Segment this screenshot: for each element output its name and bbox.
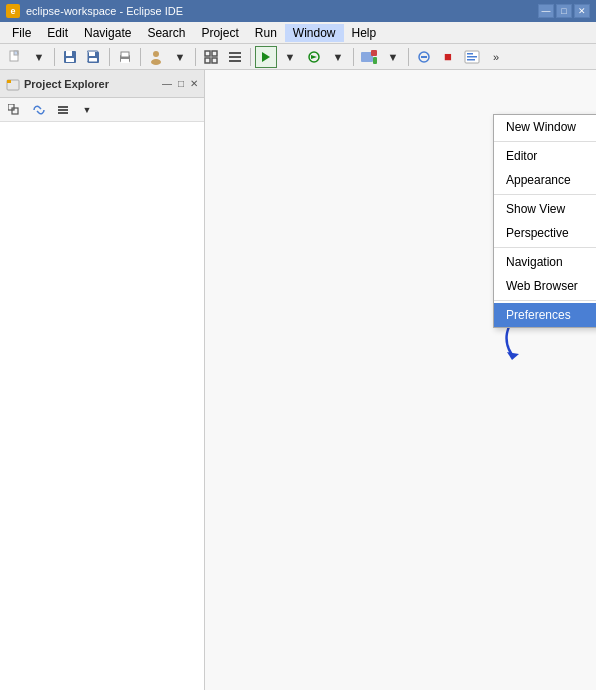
new-button[interactable]: [4, 46, 26, 68]
svg-rect-15: [205, 51, 210, 56]
svg-rect-7: [89, 52, 95, 56]
separator-after-perspective: [494, 247, 596, 248]
stop-button[interactable]: ■: [437, 46, 459, 68]
save-all-button[interactable]: [83, 46, 105, 68]
svg-rect-36: [8, 104, 14, 110]
menu-web-browser[interactable]: Web Browser ▶: [494, 274, 596, 298]
menu-navigate[interactable]: Navigate: [76, 24, 139, 42]
run-button[interactable]: [255, 46, 277, 68]
svg-rect-5: [66, 58, 74, 62]
svg-rect-12: [121, 59, 129, 63]
new-dropdown[interactable]: ▼: [28, 46, 50, 68]
run-config-button[interactable]: [303, 46, 325, 68]
tasks-button[interactable]: [461, 46, 483, 68]
svg-rect-40: [58, 112, 68, 114]
print-button[interactable]: [114, 46, 136, 68]
separator-after-new-window: [494, 141, 596, 142]
menu-window[interactable]: Window: [285, 24, 344, 42]
sidebar-content: [0, 122, 204, 690]
svg-rect-8: [89, 58, 97, 62]
project-explorer-icon: [6, 77, 20, 91]
svg-rect-20: [229, 56, 241, 58]
svg-rect-39: [58, 109, 68, 111]
svg-rect-33: [467, 59, 475, 61]
profile-dropdown[interactable]: ▼: [169, 46, 191, 68]
collapse-all-button[interactable]: [4, 99, 26, 121]
sidebar-maximize[interactable]: □: [178, 78, 184, 89]
maximize-button[interactable]: □: [556, 4, 572, 18]
minimize-button[interactable]: —: [538, 4, 554, 18]
separator-after-web-browser: [494, 300, 596, 301]
main-area: Project Explorer — □ ✕ ▼ New Window: [0, 70, 596, 690]
svg-point-14: [151, 59, 161, 65]
svg-rect-21: [229, 60, 241, 62]
svg-rect-37: [12, 108, 18, 114]
link-with-editor-button[interactable]: [28, 99, 50, 121]
menu-editor[interactable]: Editor ▶: [494, 144, 596, 168]
menu-preferences[interactable]: Preferences: [494, 303, 596, 327]
menu-edit[interactable]: Edit: [39, 24, 76, 42]
sidebar-view-dropdown[interactable]: ▼: [76, 99, 98, 121]
view-mode-btn[interactable]: [200, 46, 222, 68]
menu-bar: File Edit Navigate Search Project Run Wi…: [0, 22, 596, 44]
svg-rect-19: [229, 52, 241, 54]
svg-marker-22: [262, 52, 270, 62]
window-controls: — □ ✕: [538, 4, 590, 18]
save-button[interactable]: [59, 46, 81, 68]
ext-tools-button[interactable]: [358, 46, 380, 68]
sidebar-minimize[interactable]: —: [162, 78, 172, 89]
profile-button[interactable]: [145, 46, 167, 68]
separator-5: [250, 48, 251, 66]
sidebar-toolbar: ▼: [0, 98, 204, 122]
ext-tools-dropdown[interactable]: ▼: [382, 46, 404, 68]
menu-file[interactable]: File: [4, 24, 39, 42]
run-config-dropdown[interactable]: ▼: [327, 46, 349, 68]
run-dropdown[interactable]: ▼: [279, 46, 301, 68]
sidebar-header: Project Explorer — □ ✕: [0, 70, 204, 98]
title-bar: e eclipse-workspace - Eclipse IDE — □ ✕: [0, 0, 596, 22]
view-mode2-btn[interactable]: [224, 46, 246, 68]
menu-run[interactable]: Run: [247, 24, 285, 42]
menu-appearance[interactable]: Appearance ▶: [494, 168, 596, 192]
window-title: eclipse-workspace - Eclipse IDE: [26, 5, 183, 17]
sidebar: Project Explorer — □ ✕ ▼: [0, 70, 205, 690]
separator-after-appearance: [494, 194, 596, 195]
separator-7: [408, 48, 409, 66]
svg-marker-41: [507, 352, 519, 360]
menu-project[interactable]: Project: [193, 24, 246, 42]
close-button[interactable]: ✕: [574, 4, 590, 18]
menu-new-window[interactable]: New Window: [494, 115, 596, 139]
separator-6: [353, 48, 354, 66]
separator-1: [54, 48, 55, 66]
svg-rect-27: [373, 57, 377, 64]
separator-2: [109, 48, 110, 66]
window-dropdown-menu: New Window Editor ▶ Appearance ▶ Show Vi…: [493, 114, 596, 328]
content-area: New Window Editor ▶ Appearance ▶ Show Vi…: [205, 70, 596, 690]
toolbar: ▼ ▼ ▼ ▼ ▼ ■ »: [0, 44, 596, 70]
menu-show-view[interactable]: Show View ▶: [494, 197, 596, 221]
svg-rect-26: [371, 50, 377, 56]
svg-rect-17: [205, 58, 210, 63]
svg-rect-11: [121, 52, 129, 57]
sidebar-close-icon[interactable]: ✕: [190, 78, 198, 89]
svg-rect-4: [66, 51, 72, 56]
app-icon: e: [6, 4, 20, 18]
chevron-button[interactable]: »: [485, 46, 507, 68]
svg-rect-31: [467, 53, 473, 55]
svg-rect-16: [212, 51, 217, 56]
svg-rect-38: [58, 106, 68, 108]
svg-rect-29: [421, 56, 427, 58]
sidebar-view-menu-button[interactable]: [52, 99, 74, 121]
debug-button[interactable]: [413, 46, 435, 68]
separator-4: [195, 48, 196, 66]
svg-rect-32: [467, 56, 477, 58]
separator-3: [140, 48, 141, 66]
menu-search[interactable]: Search: [139, 24, 193, 42]
svg-marker-24: [311, 55, 317, 59]
svg-point-13: [153, 51, 159, 57]
svg-rect-35: [7, 80, 11, 83]
menu-navigation[interactable]: Navigation ▶: [494, 250, 596, 274]
menu-perspective[interactable]: Perspective ▶: [494, 221, 596, 245]
svg-rect-18: [212, 58, 217, 63]
menu-help[interactable]: Help: [344, 24, 385, 42]
